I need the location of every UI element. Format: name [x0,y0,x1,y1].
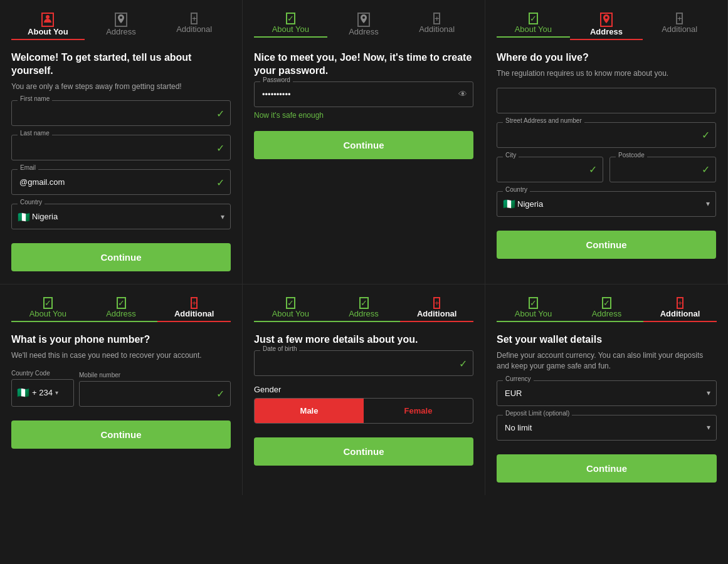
country-label: Country [18,199,45,206]
step-about-you-label: About You [28,27,68,36]
city-input[interactable] [497,157,603,182]
last-name-input[interactable] [11,135,231,160]
panel-title: What is your phone number? [11,333,231,347]
step-address-label: Address [592,309,622,318]
street-address-field: Street Address and number ✓ [497,122,716,148]
step-about-you-label: About You [272,24,309,34]
step-additional-label: Additional [662,24,697,34]
country-code-field: Country Code 🇳🇬 + 234 ▾ [11,370,74,407]
step-address-icon: ✓ [602,297,611,309]
city-check-icon: ✓ [589,164,597,175]
email-field: Email ✓ [11,169,231,195]
continue-button[interactable]: Continue [497,231,716,259]
step-additional-icon: + [433,297,441,309]
panel-title: Welcome! To get started, tell us about y… [11,51,231,78]
first-name-field: First name ✓ [11,100,231,126]
step-address-icon: ✓ [359,297,369,309]
step-address-label: Address [106,27,136,36]
panel-subtitle: You are only a few steps away from getti… [11,81,231,92]
mobile-number-input[interactable] [79,381,231,407]
continue-button[interactable]: Continue [497,454,717,483]
country-field: Country 🇳🇬 Nigeria ▾ [497,191,716,217]
first-name-label: First name [18,95,52,102]
continue-button[interactable]: Continue [254,437,473,466]
step-about-you-icon: ✓ [529,297,538,309]
currency-label: Currency [503,375,534,382]
panel-subtitle: The regulation requires us to know more … [497,68,716,79]
first-name-input[interactable] [11,100,231,126]
dob-field: Date of birth ✓ [254,350,473,376]
dob-input[interactable] [254,350,473,376]
step-about-you-label: About You [515,309,552,318]
deposit-limit-field: Deposit Limit (optional) No limit ▾ [497,415,717,441]
last-name-field: Last name ✓ [11,135,231,160]
panel-subtitle: We'll need this in case you need to reco… [11,350,231,361]
step-additional-icon: + [191,297,198,309]
password-hint: Now it's safe enough [254,111,473,120]
step-address-icon: ✓ [117,297,126,309]
step-about-you-icon: ✓ [529,13,538,24]
country-field: Country 🇳🇬 Nigeria ▾ [11,204,231,229]
currency-select[interactable]: EUR [497,380,717,406]
country-select[interactable]: Nigeria [11,204,231,229]
step-about-you-label: About You [29,309,66,318]
panel-subtitle: Define your account currency. You can al… [497,350,717,372]
eye-icon[interactable]: 👁 [458,89,467,99]
step-about-you-icon [41,13,54,27]
step-additional-label: Additional [419,24,455,34]
step-about-you-label: About You [515,24,552,34]
address-line1-field [497,88,716,113]
email-input[interactable] [11,169,231,195]
mobile-check-icon: ✓ [216,388,224,400]
mobile-number-label: Mobile number [79,372,231,379]
gender-male-button[interactable]: Male [255,399,364,423]
step-address-label: Address [349,309,379,318]
step-address-icon [115,13,127,27]
step-about-you-label: About You [272,309,309,318]
step-additional-icon: + [191,13,198,24]
step-additional-label: Additional [417,309,457,318]
last-name-check-icon: ✓ [216,142,224,154]
street-address-input[interactable] [497,122,716,148]
step-about-you-icon: ✓ [286,297,295,309]
continue-button[interactable]: Continue [11,420,231,449]
step-address-label: Address [349,27,379,36]
postcode-check-icon: ✓ [702,164,710,175]
panel-title: Nice to meet you, Joe! Now, it's time to… [254,51,473,78]
step-additional-icon: + [677,297,684,309]
country-code-selector[interactable]: 🇳🇬 + 234 ▾ [11,379,74,407]
city-field: City ✓ [497,157,603,182]
step-about-you-icon: ✓ [43,297,53,309]
street-address-label: Street Address and number [503,117,584,124]
deposit-limit-select[interactable]: No limit [497,415,717,441]
country-select[interactable]: Nigeria [497,191,716,217]
step-address-icon [600,13,613,27]
continue-button[interactable]: Continue [11,243,231,271]
country-code-value: + 234 [32,388,53,397]
street-address-check-icon: ✓ [702,129,710,141]
step-additional-label: Additional [660,309,700,318]
gender-toggle: Male Female [254,398,473,424]
postcode-field: Postcode ✓ [609,157,716,182]
country-code-chevron-icon: ▾ [55,389,58,396]
dob-label: Date of birth [260,345,299,352]
gender-label: Gender [254,385,473,394]
currency-field: Currency EUR ▾ [497,380,717,406]
password-field: Password 👁 [254,81,473,107]
continue-button[interactable]: Continue [254,131,473,159]
password-input[interactable] [254,81,473,107]
step-address-label: Address [106,309,136,318]
country-code-flag-icon: 🇳🇬 [17,387,29,399]
panel-title: Just a few more details about you. [254,333,473,347]
step-additional-label: Additional [174,309,214,318]
first-name-check-icon: ✓ [216,107,224,119]
city-label: City [503,152,519,159]
step-additional-icon: + [433,13,441,24]
postcode-input[interactable] [609,157,716,182]
address-line1-input[interactable] [497,88,716,113]
panel-title: Where do you live? [497,51,716,65]
gender-female-button[interactable]: Female [364,399,473,423]
panel-title: Set your wallet details [497,333,717,347]
password-label: Password [260,76,293,83]
email-label: Email [18,164,38,171]
